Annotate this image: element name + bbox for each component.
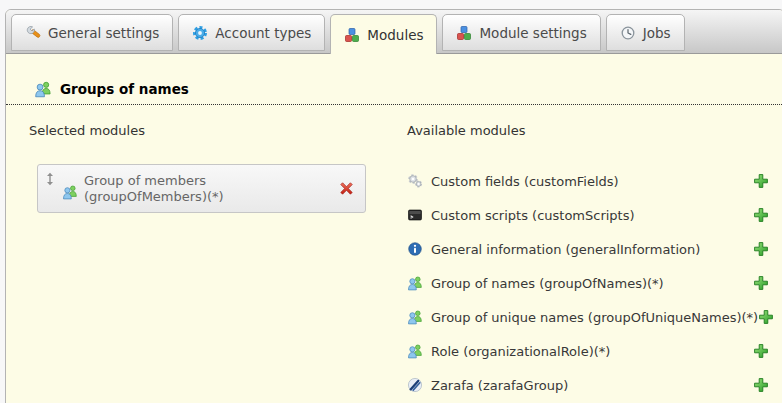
add-module-button[interactable] bbox=[753, 275, 769, 291]
tab-label: General settings bbox=[48, 25, 159, 41]
add-plus-icon bbox=[753, 275, 769, 291]
drag-handle-icon[interactable] bbox=[45, 172, 55, 186]
section-title: Groups of names bbox=[60, 81, 189, 97]
available-modules-column: Available modules Custom fields (customF… bbox=[407, 123, 769, 403]
add-plus-icon bbox=[753, 377, 769, 393]
available-modules-heading: Available modules bbox=[407, 123, 769, 139]
selected-module-name: Group of members bbox=[84, 173, 330, 189]
tab-label: Modules bbox=[367, 27, 423, 43]
wrench-icon bbox=[25, 25, 41, 41]
add-module-button[interactable] bbox=[753, 343, 769, 359]
available-module-row: Group of names (groupOfNames)(*) bbox=[407, 272, 769, 294]
add-module-button[interactable] bbox=[753, 377, 769, 393]
available-module-label: Custom scripts (customScripts) bbox=[431, 208, 753, 223]
add-plus-icon bbox=[753, 207, 769, 223]
available-module-label: Group of names (groupOfNames)(*) bbox=[431, 276, 753, 291]
tab-label: Module settings bbox=[479, 25, 586, 41]
selected-module-item[interactable]: Group of members (groupOfMembers)(*) bbox=[37, 164, 366, 213]
tab-account-types[interactable]: Account types bbox=[178, 14, 325, 51]
available-module-label: Role (organizationalRole)(*) bbox=[431, 344, 753, 359]
section-heading: Groups of names bbox=[6, 80, 782, 105]
tab-label: Jobs bbox=[643, 25, 671, 41]
group-icon bbox=[34, 80, 52, 98]
tab-bar: General settings Account types Modules M… bbox=[6, 10, 782, 54]
modules-cubes-icon bbox=[344, 27, 360, 43]
available-module-label: Zarafa (zarafaGroup) bbox=[431, 378, 753, 393]
add-module-button[interactable] bbox=[758, 309, 774, 325]
available-module-label: Group of unique names (groupOfUniqueName… bbox=[431, 310, 758, 325]
configuration-panel: General settings Account types Modules M… bbox=[5, 9, 782, 403]
tab-jobs[interactable]: Jobs bbox=[606, 14, 685, 51]
add-plus-icon bbox=[753, 173, 769, 189]
group-icon bbox=[407, 309, 423, 325]
group-icon bbox=[407, 343, 423, 359]
add-module-button[interactable] bbox=[753, 207, 769, 223]
module-columns: Selected modules Group of members (group… bbox=[6, 123, 782, 403]
account-gear-icon bbox=[192, 25, 208, 41]
add-module-button[interactable] bbox=[753, 173, 769, 189]
group-icon bbox=[407, 275, 423, 291]
zarafa-icon bbox=[407, 377, 423, 393]
clock-icon bbox=[620, 25, 636, 41]
tab-label: Account types bbox=[215, 25, 311, 41]
available-module-row: Custom scripts (customScripts) bbox=[407, 204, 769, 226]
available-module-row: Custom fields (customFields) bbox=[407, 170, 769, 192]
add-plus-icon bbox=[753, 241, 769, 257]
available-module-label: General information (generalInformation) bbox=[431, 242, 753, 257]
selected-module-id: (groupOfMembers)(*) bbox=[84, 189, 330, 205]
selected-modules-heading: Selected modules bbox=[29, 123, 371, 139]
group-icon bbox=[62, 184, 78, 200]
add-module-button[interactable] bbox=[753, 241, 769, 257]
tab-module-settings[interactable]: Module settings bbox=[442, 14, 600, 51]
modules-tab-content: Groups of names Selected modules Group o… bbox=[6, 80, 782, 403]
delete-x-icon bbox=[338, 180, 355, 197]
available-module-row: Group of unique names (groupOfUniqueName… bbox=[407, 306, 769, 328]
tab-general-settings[interactable]: General settings bbox=[11, 14, 173, 51]
tab-modules[interactable]: Modules bbox=[330, 14, 437, 54]
modules-cubes-icon bbox=[456, 25, 472, 41]
available-module-row: General information (generalInformation) bbox=[407, 238, 769, 260]
add-plus-icon bbox=[753, 343, 769, 359]
selected-module-label: Group of members (groupOfMembers)(*) bbox=[84, 173, 330, 205]
remove-module-button[interactable] bbox=[338, 180, 355, 197]
available-module-row: Zarafa (zarafaGroup) bbox=[407, 374, 769, 396]
selected-modules-column: Selected modules Group of members (group… bbox=[29, 123, 371, 403]
gears-icon bbox=[407, 173, 423, 189]
add-plus-icon bbox=[758, 309, 774, 325]
info-icon bbox=[407, 241, 423, 257]
available-module-label: Custom fields (customFields) bbox=[431, 174, 753, 189]
available-module-row: Role (organizationalRole)(*) bbox=[407, 340, 769, 362]
available-modules-list: Custom fields (customFields) Custom scri… bbox=[407, 170, 769, 396]
terminal-icon bbox=[407, 207, 423, 223]
